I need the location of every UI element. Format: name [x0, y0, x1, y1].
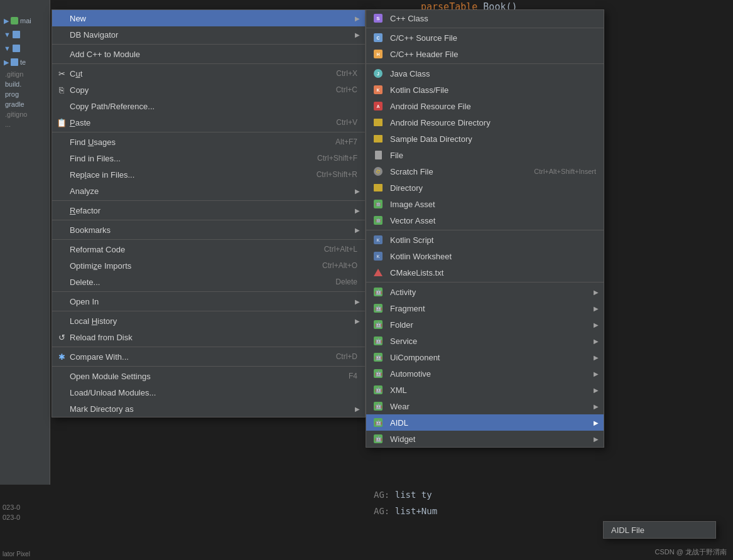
menu-right-folder[interactable]: 🤖 Folder ▶: [366, 316, 604, 333]
menu-item-reload[interactable]: ↺ Reload from Disk: [52, 329, 365, 345]
menu-item-find-usages[interactable]: Find Usages Alt+F7: [52, 134, 365, 150]
replace-shortcut: Ctrl+Shift+R: [317, 170, 357, 179]
menu-item-open-in[interactable]: Open In: [52, 293, 365, 310]
menu-label-reformat: Reformat Code: [70, 245, 125, 254]
menu-item-delete[interactable]: Delete... Delete: [52, 274, 365, 290]
menu-label-new: New: [70, 14, 86, 23]
menu-right-widget[interactable]: 🤖 Widget ▶: [366, 431, 604, 447]
right-sep-3: [366, 230, 604, 230]
menu-label-mark-directory: Mark Directory as: [70, 404, 134, 414]
vector-asset-icon: 🤖: [371, 213, 385, 227]
menu-item-bookmarks[interactable]: Bookmarks: [52, 222, 365, 238]
menu-right-kotlin[interactable]: K Kotlin Class/File: [366, 82, 604, 98]
menu-label-local-history: Local History: [70, 316, 117, 326]
menu-label-reload: Reload from Disk: [70, 333, 133, 342]
sidebar-label-main: mai: [20, 17, 31, 24]
find-usages-shortcut: Alt+F7: [335, 137, 357, 146]
menu-right-scratch[interactable]: ⏱ Scratch File Ctrl+Alt+Shift+Insert: [366, 163, 604, 180]
label-cpp-source: C/C++ Source File: [390, 33, 457, 43]
menu-right-java[interactable]: J Java Class: [366, 65, 604, 82]
menu-label-delete: Delete...: [70, 277, 100, 287]
menu-label-open-in: Open In: [70, 297, 99, 306]
menu-item-compare[interactable]: ✱ Compare With... Ctrl+D: [52, 348, 365, 365]
sidebar-item-gitignore[interactable]: .gitign: [0, 69, 50, 79]
right-sep-2: [366, 63, 604, 64]
menu-right-image-asset[interactable]: 🤖 Image Asset: [366, 196, 604, 212]
sidebar-item-build[interactable]: build.: [0, 79, 50, 89]
sidebar-item-prog[interactable]: prog: [0, 89, 50, 99]
menu-right-file[interactable]: File: [366, 147, 604, 163]
menu-right-cpp-class[interactable]: S C++ Class: [366, 10, 604, 26]
aidl-icon: 🤖: [371, 416, 385, 429]
wear-icon: 🤖: [371, 399, 385, 413]
menu-item-optimize-imports[interactable]: Optimize Imports Ctrl+Alt+O: [52, 257, 365, 274]
menu-item-module-settings[interactable]: Open Module Settings F4: [52, 368, 365, 384]
label-android-resource: Android Resource File: [390, 102, 471, 111]
menu-item-copy-path[interactable]: Copy Path/Reference...: [52, 98, 365, 114]
kotlin-worksheet-icon: K: [371, 249, 385, 263]
label-scratch: Scratch File: [390, 167, 433, 176]
label-sample-data: Sample Data Directory: [390, 134, 472, 144]
menu-right-aidl[interactable]: 🤖 AIDL ▶: [366, 414, 604, 431]
sidebar-item-2[interactable]: ▼: [0, 28, 50, 41]
separator-1: [52, 44, 365, 45]
menu-item-mark-directory[interactable]: Mark Directory as: [52, 401, 365, 417]
cmake-icon: [371, 266, 385, 279]
menu-item-find-in-files[interactable]: Find in Files... Ctrl+Shift+F: [52, 150, 365, 166]
menu-right-cpp-header[interactable]: H C/C++ Header File: [366, 46, 604, 62]
label-vector-asset: Vector Asset: [390, 216, 435, 225]
cpp-source-icon: C: [371, 31, 385, 45]
menu-right-android-resource[interactable]: A Android Resource File: [366, 98, 604, 114]
menu-item-replace[interactable]: Replace in Files... Ctrl+Shift+R: [52, 166, 365, 183]
automotive-icon: 🤖: [371, 367, 385, 380]
menu-right-activity[interactable]: 🤖 Activity ▶: [366, 284, 604, 300]
cpp-header-icon: H: [371, 47, 385, 61]
menu-item-cut[interactable]: ✂ Cut Ctrl+X: [52, 65, 365, 82]
aidl-file-item[interactable]: AIDL File: [604, 522, 715, 538]
sidebar-item-3[interactable]: ▼: [0, 41, 50, 55]
reformat-shortcut: Ctrl+Alt+L: [324, 245, 357, 254]
widget-icon: 🤖: [371, 432, 385, 446]
menu-item-db-navigator[interactable]: DB Navigator: [52, 26, 365, 43]
menu-right-uicomponent[interactable]: 🤖 UiComponent ▶: [366, 349, 604, 365]
menu-item-analyze[interactable]: Analyze: [52, 183, 365, 199]
separator-8: [52, 311, 365, 311]
menu-item-reformat[interactable]: Reformat Code Ctrl+Alt+L: [52, 241, 365, 257]
menu-right-vector-asset[interactable]: 🤖 Vector Asset: [366, 212, 604, 229]
menu-item-copy[interactable]: ⎘ Copy Ctrl+C: [52, 82, 365, 98]
menu-right-cpp-source[interactable]: C C/C++ Source File: [366, 30, 604, 46]
sidebar-item-gitigno[interactable]: .gitigno: [0, 109, 50, 119]
scratch-shortcut: Ctrl+Alt+Shift+Insert: [534, 168, 596, 175]
menu-right-sample-data[interactable]: Sample Data Directory: [366, 131, 604, 147]
label-folder: Folder: [390, 320, 413, 330]
menu-item-new[interactable]: New: [52, 10, 365, 26]
menu-right-directory[interactable]: Directory: [366, 180, 604, 196]
menu-item-load-modules[interactable]: Load/Unload Modules...: [52, 384, 365, 401]
context-menu-left: New DB Navigator Add C++ to Module ✂ Cut…: [52, 9, 366, 417]
separator-7: [52, 291, 365, 292]
menu-right-service[interactable]: 🤖 Service ▶: [366, 333, 604, 349]
menu-right-xml[interactable]: 🤖 XML ▶: [366, 382, 604, 398]
label-xml: XML: [390, 385, 407, 395]
menu-right-cmake[interactable]: CMakeLists.txt: [366, 264, 604, 281]
menu-right-wear[interactable]: 🤖 Wear ▶: [366, 398, 604, 414]
fragment-arrow: ▶: [594, 305, 599, 312]
label-file: File: [390, 151, 403, 160]
sidebar-item-dots[interactable]: ...: [0, 119, 50, 129]
menu-item-paste[interactable]: 📋 Paste Ctrl+V: [52, 114, 365, 131]
menu-right-kotlin-worksheet[interactable]: K Kotlin Worksheet: [366, 248, 604, 264]
menu-item-local-history[interactable]: Local History: [52, 313, 365, 329]
sidebar-item-main[interactable]: ▶ mai: [0, 14, 50, 28]
menu-right-android-resource-dir[interactable]: Android Resource Directory: [366, 114, 604, 131]
menu-right-fragment[interactable]: 🤖 Fragment ▶: [366, 300, 604, 316]
menu-item-add-cpp[interactable]: Add C++ to Module: [52, 46, 365, 62]
wear-arrow: ▶: [594, 403, 599, 410]
menu-right-kotlin-script[interactable]: K Kotlin Script: [366, 232, 604, 248]
sidebar-item-te[interactable]: ▶ te: [0, 55, 50, 69]
menu-label-cut: Cut: [70, 69, 82, 78]
sidebar-item-gradle[interactable]: gradle: [0, 99, 50, 109]
menu-item-refactor[interactable]: Refactor: [52, 202, 365, 218]
code-line-2: AG: list+Num: [374, 503, 437, 519]
menu-label-db: DB Navigator: [70, 30, 118, 40]
menu-right-automotive[interactable]: 🤖 Automotive ▶: [366, 365, 604, 382]
